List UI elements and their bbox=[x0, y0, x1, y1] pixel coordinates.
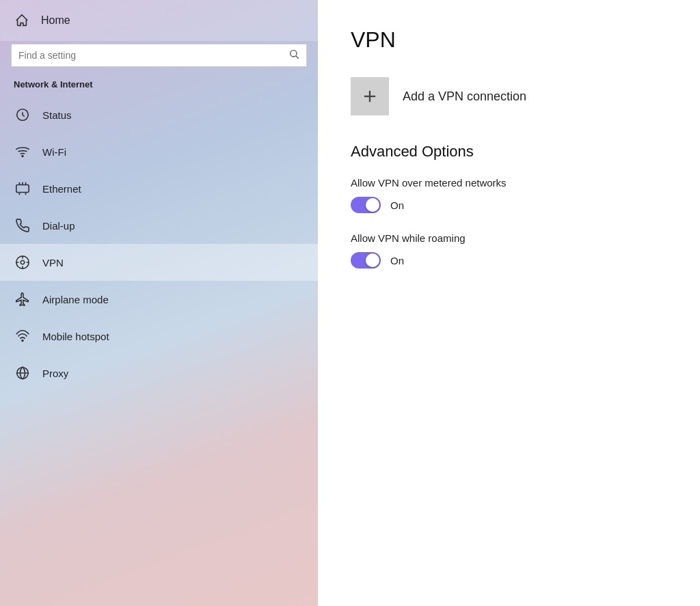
option2-toggle[interactable] bbox=[351, 252, 381, 268]
sidebar-item-status-label: Status bbox=[42, 109, 72, 121]
sidebar-item-wifi[interactable]: Wi-Fi bbox=[0, 133, 318, 170]
proxy-icon bbox=[14, 364, 31, 382]
vpn-icon bbox=[14, 253, 31, 271]
option1-toggle[interactable] bbox=[351, 197, 381, 213]
section-title: Network & Internet bbox=[0, 75, 318, 96]
sidebar-item-dialup[interactable]: Dial-up bbox=[0, 207, 318, 244]
home-nav-item[interactable]: Home bbox=[0, 0, 318, 41]
search-input[interactable] bbox=[18, 50, 288, 61]
add-vpn-label: Add a VPN connection bbox=[403, 89, 526, 104]
option2-label: Allow VPN while roaming bbox=[351, 232, 667, 244]
hotspot-icon bbox=[14, 327, 31, 345]
wifi-icon bbox=[14, 143, 31, 161]
svg-point-0 bbox=[291, 51, 297, 57]
page-title: VPN bbox=[351, 27, 667, 53]
sidebar-item-status[interactable]: Status bbox=[0, 96, 318, 133]
option-metered-networks: Allow VPN over metered networks On bbox=[351, 177, 667, 213]
sidebar-item-dialup-label: Dial-up bbox=[42, 220, 75, 232]
svg-line-1 bbox=[296, 56, 299, 59]
option1-toggle-knob bbox=[366, 198, 379, 212]
sidebar-item-hotspot-label: Mobile hotspot bbox=[42, 331, 109, 342]
svg-point-11 bbox=[22, 340, 23, 342]
sidebar-item-airplane-label: Airplane mode bbox=[42, 294, 109, 305]
advanced-options-title: Advanced Options bbox=[351, 143, 667, 161]
home-label: Home bbox=[41, 14, 70, 27]
sidebar-item-vpn[interactable]: VPN bbox=[0, 244, 318, 281]
ethernet-icon bbox=[14, 180, 31, 197]
svg-point-3 bbox=[22, 156, 23, 157]
sidebar-item-proxy-label: Proxy bbox=[42, 368, 68, 379]
sidebar: Home Network & Internet Status bbox=[0, 0, 318, 606]
option1-state-label: On bbox=[390, 199, 404, 211]
home-icon bbox=[14, 12, 30, 29]
airplane-icon bbox=[14, 290, 31, 308]
add-vpn-plus-icon bbox=[351, 77, 389, 115]
sidebar-item-vpn-label: VPN bbox=[42, 257, 64, 268]
sidebar-item-hotspot[interactable]: Mobile hotspot bbox=[0, 318, 318, 355]
option2-toggle-knob bbox=[366, 253, 379, 267]
option2-state-label: On bbox=[390, 255, 404, 266]
option2-toggle-row: On bbox=[351, 252, 667, 268]
option1-label: Allow VPN over metered networks bbox=[351, 177, 667, 189]
svg-point-10 bbox=[21, 260, 25, 264]
sidebar-item-ethernet-label: Ethernet bbox=[42, 183, 81, 195]
content-area: VPN Add a VPN connection Advanced Option… bbox=[318, 0, 700, 606]
option1-toggle-row: On bbox=[351, 197, 667, 213]
dialup-icon bbox=[14, 217, 31, 234]
sidebar-item-airplane[interactable]: Airplane mode bbox=[0, 281, 318, 318]
status-icon bbox=[14, 106, 31, 124]
option-roaming: Allow VPN while roaming On bbox=[351, 232, 667, 268]
sidebar-item-ethernet[interactable]: Ethernet bbox=[0, 170, 318, 207]
sidebar-item-proxy[interactable]: Proxy bbox=[0, 355, 318, 391]
add-vpn-button[interactable]: Add a VPN connection bbox=[351, 77, 667, 115]
search-box[interactable] bbox=[11, 44, 307, 67]
svg-rect-4 bbox=[16, 185, 29, 193]
search-icon[interactable] bbox=[288, 49, 299, 62]
sidebar-item-wifi-label: Wi-Fi bbox=[42, 146, 66, 158]
